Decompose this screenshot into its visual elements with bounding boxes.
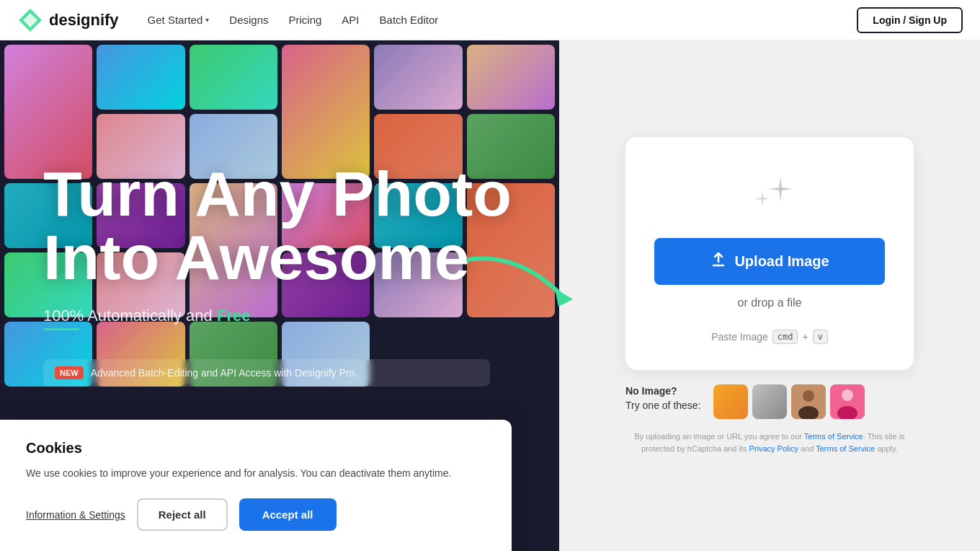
paste-label: Paste Image	[711, 331, 768, 343]
hero-subtitle: 100% Automatically and Free	[43, 307, 516, 325]
sample-thumb-orange[interactable]	[713, 384, 748, 419]
sample-thumb-person[interactable]	[791, 384, 826, 419]
terms-of-service-link[interactable]: Terms of Service	[804, 432, 863, 441]
nav-links: Get Started ▾ Designs Pricing API Batch …	[148, 14, 439, 26]
upload-card: Upload Image or drop a file Paste Image …	[625, 137, 914, 370]
cookie-body: We use cookies to improve your experienc…	[26, 465, 486, 481]
logo-icon	[17, 7, 43, 33]
plus-sign: +	[802, 331, 808, 343]
navbar: designify Get Started ▾ Designs Pricing …	[0, 0, 980, 40]
sample-thumb-car[interactable]	[752, 384, 787, 419]
svg-point-4	[803, 390, 814, 402]
nav-pricing[interactable]: Pricing	[289, 14, 322, 26]
nav-get-started[interactable]: Get Started ▾	[148, 14, 210, 26]
new-tag-label: NEW	[55, 366, 84, 379]
hero-underline-decoration	[43, 328, 79, 330]
kbd-v: v	[813, 330, 828, 344]
hero-title: Turn Any Photo Into Awesome	[43, 162, 516, 289]
upload-icon	[710, 251, 727, 272]
legal-text: By uploading an image or URL you agree t…	[625, 431, 914, 454]
sample-section: No Image? Try one of these:	[625, 384, 914, 419]
cookie-banner: Cookies We use cookies to improve your e…	[0, 420, 512, 551]
kbd-cmd: cmd	[772, 330, 798, 344]
cookie-title: Cookies	[26, 440, 486, 457]
new-badge-text: Advanced Batch-Editing and API Access wi…	[91, 367, 357, 379]
cookie-accept-button[interactable]: Accept all	[239, 498, 337, 531]
sample-thumbnails	[713, 384, 865, 419]
upload-image-button[interactable]: Upload Image	[654, 238, 885, 285]
new-badge: NEW Advanced Batch-Editing and API Acces…	[43, 359, 490, 387]
sample-thumb-woman[interactable]	[830, 384, 865, 419]
logo-text: designify	[49, 11, 119, 30]
paste-row: Paste Image cmd + v	[711, 330, 828, 344]
terms-link-2[interactable]: Terms of Service	[816, 444, 875, 453]
cookie-info-button[interactable]: Information & Settings	[26, 509, 125, 521]
nav-batch-editor[interactable]: Batch Editor	[380, 14, 439, 26]
drop-file-text: or drop a file	[738, 296, 802, 309]
login-button[interactable]: Login / Sign Up	[857, 7, 963, 33]
right-panel: Upload Image or drop a file Paste Image …	[559, 40, 980, 551]
nav-designs[interactable]: Designs	[229, 14, 268, 26]
chevron-down-icon: ▾	[205, 16, 209, 24]
privacy-policy-link[interactable]: Privacy Policy	[749, 444, 798, 453]
sparkle-icon	[741, 166, 798, 224]
nav-api[interactable]: API	[342, 14, 359, 26]
svg-point-7	[842, 389, 853, 401]
cookie-actions: Information & Settings Reject all Accept…	[26, 498, 486, 531]
cookie-reject-button[interactable]: Reject all	[137, 498, 228, 531]
logo-link[interactable]: designify	[17, 7, 119, 33]
sample-label: No Image? Try one of these:	[625, 384, 705, 413]
